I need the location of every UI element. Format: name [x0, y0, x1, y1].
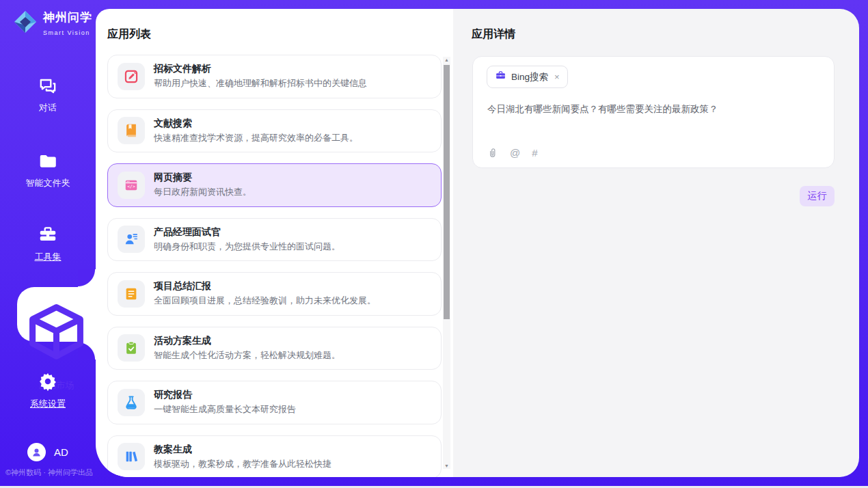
app-title: 招标文件解析: [154, 63, 367, 75]
logo-title: 神州问学: [43, 11, 92, 24]
logo-subtitle: Smart Vision: [43, 29, 90, 36]
app-title: 研究报告: [154, 389, 296, 401]
app-title: 项目总结汇报: [154, 280, 376, 293]
app-description: 帮助用户快速、准确地理解和解析招标书中的关键信息: [154, 77, 367, 90]
app-logo: 神州问学 Smart Vision: [12, 9, 96, 38]
list-scrollbar[interactable]: ▲ ▼: [443, 57, 450, 469]
tool-tag-bing-search[interactable]: Bing搜索 ×: [487, 66, 568, 88]
sidebar-item-smart-folder[interactable]: 智能文件夹: [0, 150, 96, 189]
sidebar-item-settings[interactable]: 系统设置: [0, 371, 96, 410]
scrollbar-thumb[interactable]: [444, 65, 450, 319]
app-description: 全面回顾项目进展，总结经验教训，助力未来优化发展。: [154, 295, 376, 307]
query-card: Bing搜索 × 今日湖北有哪些新闻要点？有哪些需要关注的最新政策？ @ #: [472, 56, 835, 168]
scroll-up-icon[interactable]: ▲: [443, 57, 450, 62]
app-description: 模板驱动，教案秒成，教学准备从此轻松快捷: [154, 458, 331, 470]
gear-icon: [38, 371, 58, 392]
app-icon: [118, 280, 145, 308]
app-detail-panel: 应用详情 Bing搜索 × 今日湖北有哪些新闻要点？有哪些需要关注的最新政策？: [453, 9, 859, 477]
sidebar: 神州问学 Smart Vision 对话 智能文件夹: [0, 0, 96, 486]
app-card[interactable]: 项目总结汇报 全面回顾项目进展，总结经验教训，助力未来优化发展。: [107, 272, 442, 316]
avatar: [27, 443, 46, 461]
sidebar-item-toolset[interactable]: 工具集: [0, 224, 96, 263]
app-card-list: 招标文件解析 帮助用户快速、准确地理解和解析招标书中的关键信息 文献搜索 快速精…: [107, 55, 442, 477]
tool-tag-label: Bing搜索: [511, 71, 548, 83]
scroll-down-icon[interactable]: ▼: [443, 463, 450, 468]
app-card[interactable]: 研究报告 一键智能生成高质量长文本研究报告: [107, 381, 442, 424]
tab-curve-top: [78, 269, 96, 287]
logo-gem-icon: [12, 9, 38, 38]
chat-icon: [38, 75, 58, 96]
app-list-title: 应用列表: [107, 27, 151, 42]
close-icon[interactable]: ×: [553, 72, 560, 82]
run-button[interactable]: 运行: [800, 186, 835, 206]
app-card[interactable]: 教案生成 模板驱动，教案秒成，教学准备从此轻松快捷: [107, 435, 442, 478]
app-description: 一键智能生成高质量长文本研究报告: [154, 403, 296, 416]
app-icon: [118, 63, 145, 90]
briefcase-icon: [38, 224, 58, 245]
app-detail-title: 应用详情: [472, 27, 515, 42]
topic-icon[interactable]: #: [532, 148, 537, 158]
app-title: 文献搜索: [154, 118, 358, 130]
svg-text:</>: </>: [127, 184, 135, 189]
mention-icon[interactable]: @: [510, 148, 520, 158]
app-icon: </>: [118, 172, 145, 199]
app-title: 教案生成: [154, 444, 331, 456]
sidebar-item-app-market[interactable]: 应用市场: [17, 287, 96, 342]
user-initials: AD: [54, 446, 68, 458]
app-icon: [118, 443, 145, 470]
sidebar-item-label: 智能文件夹: [0, 177, 96, 189]
sidebar-item-chat[interactable]: 对话: [0, 75, 96, 114]
app-icon: [118, 334, 145, 362]
app-card[interactable]: 活动方案生成 智能生成个性化活动方案，轻松解决规划难题。: [107, 327, 442, 370]
paperclip-icon[interactable]: [487, 147, 498, 159]
sidebar-item-label: 工具集: [0, 251, 96, 263]
app-icon: [118, 117, 145, 144]
app-card[interactable]: 招标文件解析 帮助用户快速、准确地理解和解析招标书中的关键信息: [107, 55, 442, 98]
attachment-toolbar: @ #: [487, 147, 538, 159]
app-title: 活动方案生成: [154, 335, 340, 347]
app-title: 产品经理面试官: [154, 226, 340, 239]
app-description: 快速精准查找学术资源，提高研究效率的必备工具。: [154, 132, 358, 144]
app-card[interactable]: </> 网页摘要 每日政府新闻资讯快查。: [107, 163, 442, 207]
app-icon: [118, 389, 145, 416]
sidebar-item-label: 系统设置: [0, 398, 96, 410]
copyright-text: ©神州数码 · 神州问学出品: [5, 467, 96, 478]
app-description: 智能生成个性化活动方案，轻松解决规划难题。: [154, 349, 340, 362]
sidebar-item-label: 对话: [0, 102, 96, 114]
app-description: 每日政府新闻资讯快查。: [154, 186, 252, 198]
user-account[interactable]: AD: [27, 443, 68, 461]
app-description: 明确身份和职责，为您提供专业性的面试问题。: [154, 241, 340, 253]
app-card[interactable]: 文献搜索 快速精准查找学术资源，提高研究效率的必备工具。: [107, 109, 442, 153]
app-list-panel: 应用列表 招标文件解析 帮助用户快速、准确地理解和解析招标书中的关键信息 文献搜…: [96, 9, 453, 477]
app-icon: [118, 226, 145, 253]
app-title: 网页摘要: [154, 172, 252, 184]
briefcase-icon: [495, 70, 506, 84]
folder-icon: [38, 150, 58, 171]
query-input[interactable]: 今日湖北有哪些新闻要点？有哪些需要关注的最新政策？: [487, 103, 820, 116]
app-card[interactable]: 产品经理面试官 明确身份和职责，为您提供专业性的面试问题。: [107, 218, 442, 262]
content-area: 应用列表 招标文件解析 帮助用户快速、准确地理解和解析招标书中的关键信息 文献搜…: [96, 9, 859, 477]
